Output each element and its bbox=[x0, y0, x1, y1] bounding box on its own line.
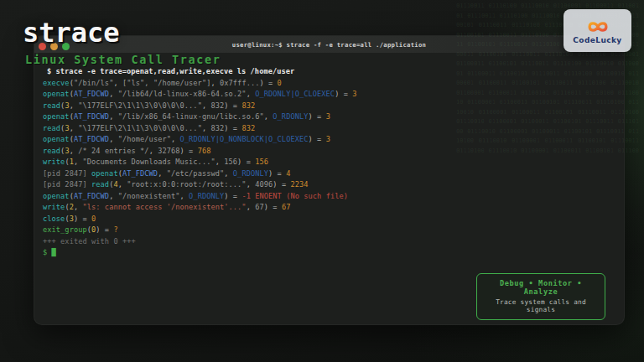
badge-brand-label: CodeLucky bbox=[573, 36, 621, 44]
terminal-line: close(3) = 0 bbox=[43, 214, 617, 225]
terminal-line: [pid 2847] openat(AT_FDCWD, "/etc/passwd… bbox=[43, 168, 617, 180]
terminal-line: openat(AT_FDCWD, "/home/user", O_RDONLY|… bbox=[43, 134, 617, 146]
terminal-line: read(3, "\177ELF\2\1\1\3\0\0\0\0...", 83… bbox=[43, 123, 617, 135]
titlebar-command: user@linux:~$ strace -f -e trace=all ./a… bbox=[232, 41, 426, 49]
terminal-titlebar: user@linux:~$ strace -f -e trace=all ./a… bbox=[34, 36, 624, 53]
info-tagline: Debug • Monitor • Analyze bbox=[484, 279, 598, 296]
terminal-line: openat(AT_FDCWD, "/nonexistent", O_RDONL… bbox=[43, 191, 617, 203]
codelucky-badge: CodeLucky bbox=[564, 9, 631, 52]
terminal-line: openat(AT_FDCWD, "/lib/x86_64-linux-gnu/… bbox=[43, 111, 617, 123]
infinity-logo-icon bbox=[583, 18, 613, 35]
terminal-line: +++ exited with 0 +++ bbox=[43, 236, 617, 248]
page-subtitle: Linux System Call Tracer bbox=[25, 53, 221, 66]
terminal-line: exit_group(0) = ? bbox=[43, 225, 617, 236]
terminal-line: execve("/bin/ls", ["ls", "/home/user"], … bbox=[43, 78, 617, 90]
terminal-line: $ strace -e trace=openat,read,write,exec… bbox=[43, 66, 617, 78]
terminal-line: $ █ bbox=[43, 247, 617, 259]
info-box: Debug • Monitor • Analyze Trace system c… bbox=[476, 273, 605, 320]
terminal-line: write(2, "ls: cannot access '/nonexisten… bbox=[43, 202, 617, 214]
terminal-line: write(1, "Documents Downloads Music...",… bbox=[43, 157, 617, 168]
info-description: Trace system calls and signals bbox=[484, 298, 598, 313]
strace-logo-title: strace bbox=[23, 17, 120, 49]
terminal-line: read(3, "\177ELF\2\1\1\3\0\0\0\0...", 83… bbox=[43, 101, 617, 112]
terminal-line: [pid 2847] read(4, "root:x:0:0:root:/roo… bbox=[43, 179, 617, 191]
terminal-line: read(3, /* 24 entries */, 32768) = 768 bbox=[43, 146, 617, 158]
terminal-line: openat(AT_FDCWD, "/lib64/ld-linux-x86-64… bbox=[43, 89, 617, 101]
